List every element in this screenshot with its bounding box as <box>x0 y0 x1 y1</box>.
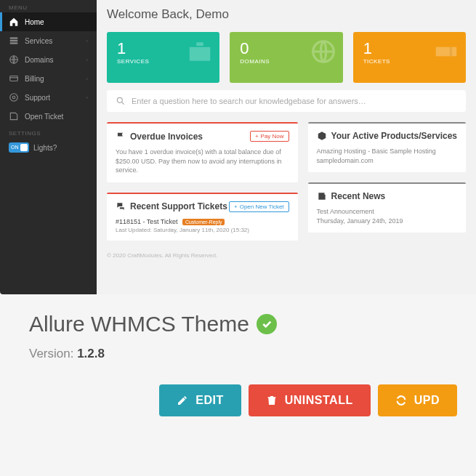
chevron-right-icon: › <box>86 76 88 82</box>
home-icon <box>9 17 19 27</box>
pencil-icon <box>177 395 188 406</box>
ticket-subject: #118151 - Test Ticket <box>116 218 177 225</box>
svg-point-6 <box>12 96 15 99</box>
stats-row: 1 SERVICES 0 DOMAINS 1 TICKETS <box>107 32 466 83</box>
edit-button[interactable]: EDIT <box>159 384 241 416</box>
update-button[interactable]: UPD <box>378 384 457 416</box>
sidebar-item-label: Services <box>25 37 52 45</box>
support-icon <box>9 92 19 102</box>
card-title: Recent News <box>331 191 386 201</box>
card-title: Overdue Invoices <box>130 132 203 142</box>
globe-icon <box>310 38 337 68</box>
menu-header: MENU <box>0 0 97 12</box>
sidebar-item-domains[interactable]: Domains › <box>0 50 97 69</box>
svg-rect-4 <box>10 76 18 81</box>
lights-toggle[interactable]: ON <box>9 142 29 153</box>
sidebar-item-label: Support <box>25 94 50 102</box>
services-icon <box>9 36 19 46</box>
svg-rect-0 <box>10 37 18 39</box>
main-content: Welcome Back, Demo 1 SERVICES 0 DOMAINS … <box>97 0 476 294</box>
product-title: Allure WHMCS Theme <box>29 312 457 336</box>
sidebar-item-services[interactable]: Services › <box>0 31 97 50</box>
card-body: You have 1 overdue invoice(s) with a tot… <box>116 148 289 175</box>
chevron-right-icon: › <box>86 94 88 101</box>
sidebar-item-label: Billing <box>25 75 44 83</box>
card-title: Your Active Products/Services <box>331 131 457 141</box>
settings-header: SETTINGS <box>0 126 97 138</box>
news-item[interactable]: Test Announcement Thursday, January 24th… <box>317 207 457 225</box>
welcome-text: Welcome Back, Demo <box>107 7 466 22</box>
knowledgebase-search[interactable]: Enter a question here to search our know… <box>107 90 466 112</box>
refresh-icon <box>395 395 407 406</box>
uninstall-button[interactable]: UNINSTALL <box>249 384 371 416</box>
sidebar-item-home[interactable]: Home <box>0 12 97 31</box>
ticket-row[interactable]: #118151 - Test Ticket Customer-Reply <box>116 218 289 225</box>
chevron-right-icon: › <box>86 38 88 44</box>
sidebar-item-label: Home <box>25 18 44 26</box>
card-active-products: Your Active Products/Services Amazing Ho… <box>308 122 466 172</box>
trash-icon <box>266 395 278 406</box>
ticket-updated: Last Updated: Saturday, January 11th, 20… <box>116 227 289 233</box>
search-icon <box>116 96 126 106</box>
globe-icon <box>9 55 19 65</box>
svg-rect-8 <box>450 47 452 57</box>
ticket-icon <box>9 111 19 121</box>
flag-icon <box>116 132 126 142</box>
cube-icon <box>317 131 327 141</box>
svg-point-9 <box>117 97 122 102</box>
chevron-right-icon: › <box>86 57 88 63</box>
sidebar-item-label: Open Ticket <box>25 113 63 121</box>
stat-services[interactable]: 1 SERVICES <box>107 32 219 83</box>
product-version: Version: 1.2.8 <box>29 347 457 361</box>
comments-icon <box>116 201 126 211</box>
card-body: Amazing Hosting - Basic Sample Hosting s… <box>317 147 457 165</box>
card-title: Recent Support Tickets <box>130 201 227 211</box>
screenshot-preview: MENU Home Services › Domains › Billing ›… <box>0 0 476 294</box>
verified-icon <box>257 314 277 334</box>
footer-text: © 2020 CraftModules. All Rights Reserved… <box>107 252 466 259</box>
open-new-ticket-button[interactable]: +Open New Ticket <box>229 201 289 212</box>
sidebar-item-label: Domains <box>25 56 53 64</box>
card-recent-tickets: Recent Support Tickets +Open New Ticket … <box>107 193 298 241</box>
billing-icon <box>9 73 19 84</box>
product-actions: EDIT UNINSTALL UPD <box>29 384 457 416</box>
sidebar-item-billing[interactable]: Billing › <box>0 69 97 88</box>
stat-tickets[interactable]: 1 TICKETS <box>353 32 466 83</box>
svg-rect-2 <box>10 42 18 44</box>
search-placeholder: Enter a question here to search our know… <box>132 97 366 105</box>
lights-label: Lights? <box>33 144 57 152</box>
lights-toggle-row[interactable]: ON Lights? <box>0 138 97 157</box>
sidebar: MENU Home Services › Domains › Billing ›… <box>0 0 97 294</box>
sidebar-item-support[interactable]: Support › <box>0 88 97 107</box>
product-info: Allure WHMCS Theme Version: 1.2.8 EDIT U… <box>0 294 476 416</box>
card-recent-news: Recent News Test Announcement Thursday, … <box>308 182 466 233</box>
svg-rect-1 <box>10 40 18 41</box>
ticket-status-badge: Customer-Reply <box>182 219 225 225</box>
card-overdue-invoices: Overdue Invoices +Pay Now You have 1 ove… <box>107 122 298 182</box>
news-icon <box>317 191 327 201</box>
svg-point-5 <box>10 94 18 102</box>
briefcase-icon <box>186 38 214 68</box>
sidebar-item-open-ticket[interactable]: Open Ticket <box>0 107 97 126</box>
pay-now-button[interactable]: +Pay Now <box>250 131 289 142</box>
stat-domains[interactable]: 0 DOMAINS <box>230 32 342 83</box>
ticket-icon <box>432 38 460 68</box>
